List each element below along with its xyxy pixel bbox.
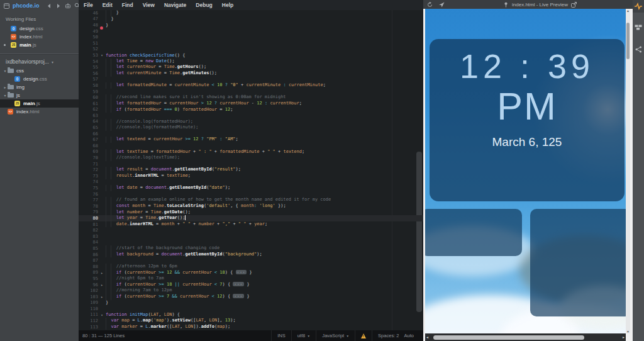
code-line-113[interactable]: 113var marker = L.marker([LAT, LON]).add… <box>79 324 423 330</box>
menu-navigate[interactable]: Navigate <box>164 2 186 8</box>
tree-folder-css[interactable]: ▾css <box>0 67 79 75</box>
code-line-55[interactable]: 55let currentHour = Time.getHours(); <box>79 64 423 70</box>
tree-folder-js[interactable]: ▾js <box>0 91 79 99</box>
code-line-64[interactable]: 64//console.log(formattedHour); <box>79 119 423 125</box>
code-line-63[interactable]: 63 <box>79 113 423 119</box>
live-preview-toggle-button[interactable] <box>633 0 644 13</box>
code-line-50[interactable]: 50 <box>79 34 423 40</box>
code-line-58[interactable]: 58let formattedMinute = currentMinute < … <box>79 82 423 89</box>
working-file-design.css[interactable]: {}design.css <box>0 25 79 33</box>
code-line-71[interactable]: 71 <box>79 161 423 167</box>
preview-horizontal-scrollbar[interactable]: ◂ ▸ <box>425 333 626 341</box>
tree-file-design[interactable]: {}design.css <box>0 75 79 83</box>
code-line-96[interactable]: 96▸if (currentHour >= 18 || currentHour … <box>79 282 423 288</box>
code-line-65[interactable]: 65//console.log(formattedMinute); <box>79 125 423 131</box>
indent-settings[interactable]: Spaces: 2 Auto <box>372 330 419 341</box>
code-line-51[interactable]: 51 <box>79 40 423 47</box>
working-file-main.js[interactable]: JSmain.js <box>0 41 79 49</box>
fold-ellipsis-badge[interactable]: ··· <box>233 294 244 298</box>
code-line-60[interactable]: 60//second line makes sure it isn't show… <box>79 94 423 101</box>
code-line-54[interactable]: 54let Time = new Date(); <box>79 59 423 65</box>
extensions-button[interactable] <box>633 21 644 34</box>
code-line-111[interactable]: 111▾function initMap(LAT, LON) { <box>79 312 423 318</box>
code-line-80[interactable]: 80let year = Time.getYear(); <box>79 215 423 221</box>
code-line-53[interactable]: 53▾function checkSpecificTime() { <box>79 52 423 59</box>
lint-warning-indicator[interactable] <box>355 330 372 341</box>
project-dropdown[interactable]: ixdbehaviorsproj... ▾ <box>0 57 79 67</box>
code-line-84[interactable]: 84 <box>79 240 423 246</box>
tree-file-index[interactable]: <>index.html <box>0 108 79 116</box>
menu-find[interactable]: Find <box>122 2 133 8</box>
code-line-57[interactable]: 57 <box>79 77 423 83</box>
code-line-48[interactable]: 48} <box>79 22 423 28</box>
code-line-46[interactable]: 46} <box>79 10 423 16</box>
scroll-down-arrow[interactable]: ▼ <box>626 330 630 333</box>
code-line-79[interactable]: 79let number = Time.getDate(); <box>79 210 423 216</box>
code-line-85[interactable]: 85//start of the background changing cod… <box>79 245 423 252</box>
menu-file[interactable]: File <box>84 2 93 8</box>
code-line-61[interactable]: 61let formattedHour = currentHour > 12 ?… <box>79 101 423 107</box>
preview-vscroll-thumb[interactable] <box>626 23 630 59</box>
language-select[interactable]: JavaScript▼ <box>316 330 355 341</box>
fold-ellipsis-badge[interactable]: ··· <box>236 270 247 274</box>
chevron-down-icon[interactable]: ▾ <box>3 69 8 73</box>
share-button[interactable] <box>633 43 644 55</box>
code-line-78[interactable]: 78const month = Time.toLocaleString('def… <box>79 203 423 210</box>
chevron-down-icon[interactable]: ▾ <box>3 93 8 98</box>
code-line-72[interactable]: 72let result = document.getElementById("… <box>79 167 423 173</box>
code-line-83[interactable]: 83 <box>79 233 423 240</box>
code-line-110[interactable]: 110 <box>79 306 423 312</box>
reload-icon[interactable] <box>426 1 433 8</box>
code-editor[interactable]: 46}47}48}4950515253▾function checkSpecif… <box>79 10 423 330</box>
fold-closed-icon[interactable]: ▸ <box>98 271 106 275</box>
external-link-icon[interactable] <box>570 1 577 8</box>
fold-closed-icon[interactable]: ▸ <box>98 294 106 299</box>
encoding-select[interactable]: utf8▼ <box>291 330 316 341</box>
code-line-103[interactable]: 103▸if (currentHour >= 7 && currentHour … <box>79 294 423 300</box>
code-line-74[interactable]: 74 <box>79 179 423 186</box>
code-line-102[interactable]: 102//morning 7am to 12pm <box>79 288 423 294</box>
code-line-59[interactable]: 59 <box>79 89 423 95</box>
code-line-47[interactable]: 47} <box>79 16 423 23</box>
code-line-49[interactable]: 49 <box>79 28 423 35</box>
pin-icon[interactable] <box>502 1 509 8</box>
code-line-87[interactable]: 87 <box>79 257 423 264</box>
window-icon[interactable] <box>3 2 10 9</box>
chevron-right-icon[interactable]: ▸ <box>3 85 8 89</box>
preview-vertical-scrollbar[interactable]: ▲ ▼ <box>626 9 630 333</box>
code-line-86[interactable]: 86let background = document.getElementBy… <box>79 252 423 258</box>
code-line-68[interactable]: 68 <box>79 143 423 149</box>
preview-hscroll-thumb[interactable] <box>433 335 584 340</box>
fold-ellipsis-badge[interactable]: ··· <box>233 282 244 286</box>
code-line-81[interactable]: 81date.innerHTML = month + " " + number … <box>79 221 423 228</box>
menu-view[interactable]: View <box>143 2 155 8</box>
code-line-66[interactable]: 66 <box>79 131 423 137</box>
navigate-send-icon[interactable] <box>438 1 445 8</box>
fold-closed-icon[interactable]: ▸ <box>98 282 106 287</box>
code-line-76[interactable]: 76 <box>79 191 423 198</box>
code-line-69[interactable]: 69let textTime = formattedHour + " : " +… <box>79 149 423 155</box>
code-line-112[interactable]: 112var map = L.map('map').setView([LAT, … <box>79 318 423 324</box>
scroll-up-arrow[interactable]: ▲ <box>626 9 630 13</box>
app-title[interactable]: phcode.io <box>13 3 40 9</box>
code-line-89[interactable]: 89▸if (currentHour >= 12 && currentHour … <box>79 270 423 276</box>
code-line-109[interactable]: 109} <box>79 300 423 306</box>
code-line-77[interactable]: 77// found an example online of how to g… <box>79 197 423 203</box>
insert-mode-toggle[interactable]: INS <box>271 330 291 341</box>
menu-edit[interactable]: Edit <box>103 2 113 8</box>
code-line-52[interactable]: 52 <box>79 47 423 53</box>
nav-forward-icon[interactable] <box>55 2 62 9</box>
fold-open-icon[interactable]: ▾ <box>98 313 106 317</box>
code-line-95[interactable]: 95//night 6pm to 7am <box>79 276 423 282</box>
preview-viewport[interactable]: 12 : 39 PM March 6, 125 <box>425 9 626 333</box>
scroll-right-arrow[interactable]: ▸ <box>623 335 625 340</box>
scroll-left-arrow[interactable]: ◂ <box>426 335 428 340</box>
tree-file-main[interactable]: JSmain.js <box>0 99 79 108</box>
working-file-index.html[interactable]: <>index.html <box>0 33 79 41</box>
nav-back-icon[interactable] <box>46 2 53 9</box>
code-line-70[interactable]: 70//console.log(textTime); <box>79 155 423 161</box>
menu-debug[interactable]: Debug <box>196 2 212 8</box>
code-line-88[interactable]: 88//afternoon 12pm to 6pm <box>79 264 423 270</box>
fold-open-icon[interactable]: ▾ <box>98 53 106 57</box>
menu-help[interactable]: Help <box>222 2 233 8</box>
